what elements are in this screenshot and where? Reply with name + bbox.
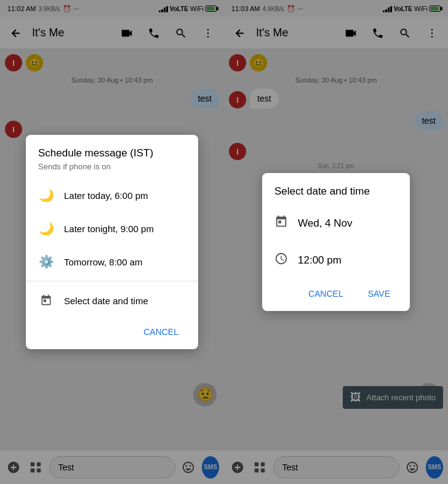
dialog-actions: Cancel <box>26 317 198 344</box>
dialog-label-select-date: Select date and time <box>64 296 148 306</box>
left-screen: 11:02 AM 3.9KB/s ⏰ ··· VoLTE WiFi It's M… <box>0 0 224 484</box>
right-screen: 11:03 AM 4.9KB/s ⏰ ··· VoLTE WiFi It's M… <box>224 0 448 484</box>
gear-icon: ⚙️ <box>38 254 54 270</box>
dialog-label-later-tonight: Later tonight, 9:00 pm <box>64 224 154 234</box>
moon-icon-1: 🌙 <box>38 187 54 203</box>
calendar-icon <box>38 292 54 309</box>
dialog-subtitle: Sends if phone is on <box>26 162 198 179</box>
moon-icon-2: 🌙 <box>38 220 54 236</box>
datetime-dialog: Select date and time Wed, 4 Nov 12:00 pm… <box>262 173 410 311</box>
dialog-title: Schedule message (IST) <box>26 147 198 162</box>
datetime-save-button[interactable]: Save <box>358 284 400 304</box>
dialog-item-later-today[interactable]: 🌙 Later today, 6:00 pm <box>26 179 198 212</box>
cancel-button[interactable]: Cancel <box>134 322 188 342</box>
datetime-cancel-button[interactable]: Cancel <box>298 284 353 304</box>
date-label: Wed, 4 Nov <box>298 217 353 230</box>
dialog-label-tomorrow: Tomorrow, 8:00 am <box>64 257 143 267</box>
time-item[interactable]: 12:00 pm <box>262 242 410 279</box>
schedule-dialog-overlay[interactable]: Schedule message (IST) Sends if phone is… <box>0 0 224 484</box>
date-item[interactable]: Wed, 4 Nov <box>262 205 410 242</box>
datetime-dialog-actions: Cancel Save <box>262 279 410 306</box>
schedule-dialog: Schedule message (IST) Sends if phone is… <box>26 135 198 349</box>
calendar-icon-dt <box>274 215 288 232</box>
dialog-item-later-tonight[interactable]: 🌙 Later tonight, 9:00 pm <box>26 212 198 245</box>
dialog-item-tomorrow[interactable]: ⚙️ Tomorrow, 8:00 am <box>26 245 198 278</box>
datetime-dialog-title: Select date and time <box>262 185 410 205</box>
dialog-label-later-today: Later today, 6:00 pm <box>64 190 148 201</box>
dialog-item-select-date[interactable]: Select date and time <box>26 284 198 317</box>
dialog-divider <box>26 281 198 281</box>
datetime-dialog-overlay[interactable]: Select date and time Wed, 4 Nov 12:00 pm… <box>224 0 448 484</box>
time-label: 12:00 pm <box>298 254 342 267</box>
clock-icon-dt <box>274 252 288 269</box>
